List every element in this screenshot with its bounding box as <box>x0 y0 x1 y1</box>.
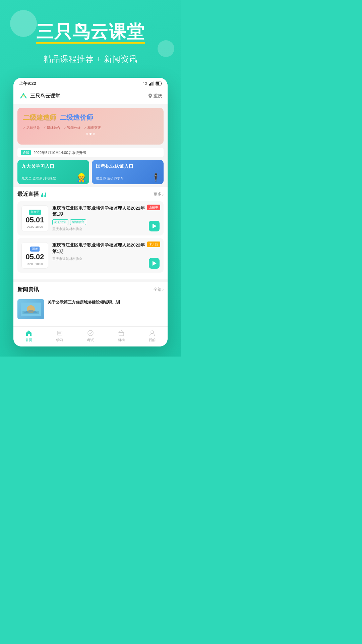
nav-item-mine[interactable]: 我的 <box>137 329 168 342</box>
app-logo: 三只鸟云课堂 <box>19 91 60 101</box>
status-time: 上午9:22 <box>19 80 36 87</box>
hero-title-text: 三只鸟云课堂 <box>36 22 145 44</box>
live-card-2[interactable]: 未开始 国考 05.02 09:00-18:00 重庆市江北区电子职业培训学校监… <box>17 238 164 272</box>
svg-rect-12 <box>57 331 62 335</box>
location-display[interactable]: 重庆 <box>148 93 162 99</box>
dot-2 <box>89 133 92 135</box>
dot-1 <box>86 133 88 135</box>
dot-3 <box>93 133 95 135</box>
svg-point-17 <box>151 331 154 333</box>
live-tag-1a: 岗前培训 <box>52 219 68 225</box>
news-title-text: 新闻资讯 <box>17 286 39 293</box>
banner-features: ✓ 名师指导 ✓ 讲练融合 ✓ 智能分析 ✓ 精准突破 <box>23 125 158 130</box>
live-tag-1b: 继续教育 <box>70 219 86 225</box>
news-section: 新闻资讯 全部 › 关于公示第三方住房城乡建设领域职…训 <box>13 282 168 326</box>
live-title-1: 重庆市江北区电子职业培训学校监理人员2022年第1期 <box>52 205 160 217</box>
entry-btn-left-subtitle: 九大员 监理新训与继教 <box>21 176 85 181</box>
live-type-tag-1: 九大员 <box>29 210 41 215</box>
play-triangle-2 <box>153 261 157 266</box>
entry-btn-right-figure: 🕴 <box>151 173 161 182</box>
banner[interactable]: 二级建造师 二级造价师 ✓ 名师指导 ✓ 讲练融合 ✓ 智能分析 ✓ 精准突破 <box>17 108 164 145</box>
live-org-2: 重庆市建筑材料协会 <box>52 257 160 261</box>
battery-icon: 64 <box>156 82 162 86</box>
nav-label-exam: 考试 <box>87 338 94 342</box>
signal-text: 4G <box>142 82 147 86</box>
live-date-2: 05.02 <box>23 253 47 261</box>
hero-section: 三只鸟云课堂 精品课程推荐 + 新闻资讯 上午9:22 4G 64 <box>0 0 181 357</box>
live-more-label: 更多 <box>154 192 162 197</box>
news-thumb-1 <box>17 299 44 319</box>
bottom-nav: 首页 学习 考试 <box>13 326 168 346</box>
svg-text:64: 64 <box>156 83 159 85</box>
banner-title-2: 二级造价师 <box>60 113 93 122</box>
logo-icon <box>19 91 28 101</box>
notice-tag: 通知 <box>21 150 31 155</box>
nav-label-mine: 我的 <box>149 338 156 342</box>
live-time-1: 09:00-18:00 <box>23 225 47 228</box>
nav-label-institution: 机构 <box>118 338 125 342</box>
live-info-1: 重庆市江北区电子职业培训学校监理人员2022年第1期 岗前培训 继续教育 重庆市… <box>52 205 160 231</box>
svg-rect-1 <box>150 83 151 86</box>
live-info-2: 重庆市江北区电子职业培训学校监理人员2022年第1期 重庆市建筑材料协会 <box>52 242 160 268</box>
svg-rect-5 <box>162 83 162 85</box>
banner-feature-1: ✓ 名师指导 <box>23 125 40 130</box>
live-date-box-2: 国考 05.02 09:00-18:00 <box>21 242 48 268</box>
live-tags-1: 岗前培训 继续教育 <box>52 219 160 225</box>
nav-item-study[interactable]: 学习 <box>44 329 75 342</box>
live-play-btn-2[interactable] <box>149 258 160 269</box>
entry-btn-right-subtitle: 建造师 造价师学习 <box>96 176 160 181</box>
live-badge-2: 未开始 <box>147 241 160 247</box>
hero-subtitle: 精品课程推荐 + 新闻资讯 <box>10 54 171 64</box>
svg-rect-3 <box>153 82 154 86</box>
status-icons: 4G 64 <box>142 82 162 86</box>
live-section-title: 最近直播 <box>17 191 46 198</box>
news-card-1[interactable]: 关于公示第三方住房城乡建设领域职…训 <box>17 297 164 322</box>
live-org-1: 重庆市建筑材料协会 <box>52 227 160 231</box>
live-more-chevron: › <box>162 192 164 197</box>
live-type-tag-2: 国考 <box>30 247 40 252</box>
live-card-1[interactable]: 直播中 九大员 05.01 09:00-18:00 重庆市江北区电子职业培训学校… <box>17 201 164 235</box>
banner-feature-3: ✓ 智能分析 <box>64 125 81 130</box>
exam-icon <box>87 329 94 337</box>
news-thumb-image <box>21 303 41 316</box>
mine-icon <box>148 329 156 337</box>
news-section-title: 新闻资讯 <box>17 286 39 293</box>
live-section: 最近直播 更多 › 直播中 九大员 05 <box>13 187 168 279</box>
banner-titles: 二级建造师 二级造价师 <box>23 113 158 122</box>
news-more-button[interactable]: 全部 › <box>154 287 164 292</box>
live-time-2: 09:00-18:00 <box>23 262 47 266</box>
entry-button-right[interactable]: 国考执业认证入口 建造师 造价师学习 🕴 <box>92 160 164 184</box>
nav-label-home: 首页 <box>25 338 32 342</box>
entry-btn-left-title: 九大员学习入口 <box>21 163 85 169</box>
news-title-1: 关于公示第三方住房城乡建设领域职…训 <box>48 299 164 305</box>
news-content-1: 关于公示第三方住房城乡建设领域职…训 <box>48 299 164 319</box>
location-icon <box>148 94 152 98</box>
location-text: 重庆 <box>154 93 162 99</box>
app-header: 三只鸟云课堂 重庆 <box>13 89 168 104</box>
banner-title-1: 二级建造师 <box>23 113 56 122</box>
phone-mockup: 上午9:22 4G 64 <box>13 78 168 346</box>
svg-rect-16 <box>119 332 124 336</box>
entry-button-left[interactable]: 九大员学习入口 九大员 监理新训与继教 👷 <box>17 160 89 184</box>
live-more-button[interactable]: 更多 › <box>154 192 164 197</box>
news-more-label: 全部 <box>154 287 162 292</box>
nav-item-exam[interactable]: 考试 <box>75 329 106 342</box>
live-chart-icon <box>41 192 46 197</box>
svg-rect-2 <box>152 82 153 86</box>
live-date-1: 05.01 <box>23 216 47 224</box>
banner-feature-2: ✓ 讲练融合 <box>43 125 60 130</box>
nav-item-institution[interactable]: 机构 <box>106 329 137 342</box>
svg-point-8 <box>149 95 151 96</box>
live-title-2: 重庆市江北区电子职业培训学校监理人员2022年第1期 <box>52 242 160 254</box>
banner-feature-4: ✓ 精准突破 <box>84 125 101 130</box>
play-triangle-1 <box>153 224 157 228</box>
institution-icon <box>118 329 125 337</box>
notice-bar: 通知 2022年5月10日14:00后系统升级 <box>17 148 164 157</box>
banner-dots <box>23 133 158 135</box>
live-title-text: 最近直播 <box>17 191 39 198</box>
live-play-btn-1[interactable] <box>149 221 160 231</box>
nav-item-home[interactable]: 首页 <box>13 329 44 342</box>
signal-icon <box>149 82 154 86</box>
entry-btn-right-title: 国考执业认证入口 <box>96 163 160 169</box>
notice-text: 2022年5月10日14:00后系统升级 <box>34 150 86 155</box>
